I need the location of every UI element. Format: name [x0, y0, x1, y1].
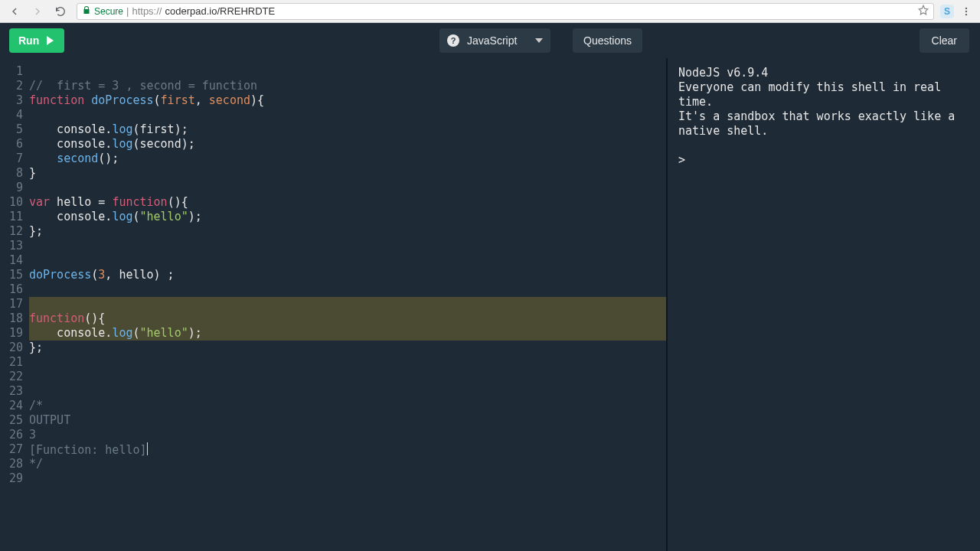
line-number: 6: [0, 137, 23, 152]
svg-point-2: [965, 13, 967, 15]
line-number: 26: [0, 428, 23, 442]
kebab-menu-icon[interactable]: [957, 2, 975, 21]
code-line[interactable]: }: [29, 166, 666, 181]
line-number: 27: [0, 442, 23, 457]
line-number: 20: [0, 341, 23, 355]
code-line[interactable]: };: [29, 341, 666, 355]
terminal-line: It's a sandbox that works exactly like a…: [678, 109, 969, 139]
code-line[interactable]: function doProcess(first, second){: [29, 93, 666, 108]
code-line[interactable]: [29, 181, 666, 195]
star-icon[interactable]: [918, 5, 929, 18]
line-number: 17: [0, 297, 23, 311]
code-line[interactable]: */: [29, 457, 666, 471]
line-number: 19: [0, 326, 23, 341]
line-number: 23: [0, 384, 23, 399]
code-line[interactable]: OUTPUT: [29, 413, 666, 428]
terminal-line: [678, 139, 969, 153]
svg-point-0: [965, 7, 967, 8]
lock-icon: [82, 5, 91, 17]
code-line[interactable]: [29, 239, 666, 253]
play-icon: [47, 36, 54, 45]
line-number: 10: [0, 195, 23, 210]
line-number: 29: [0, 471, 23, 486]
chevron-down-icon: [535, 38, 543, 43]
line-number: 3: [0, 93, 23, 108]
terminal-line: >: [678, 153, 969, 168]
code-line[interactable]: console.log("hello");: [29, 210, 666, 224]
code-line[interactable]: // first = 3 , second = function: [29, 79, 666, 93]
reload-icon[interactable]: [51, 2, 70, 21]
line-number: 18: [0, 311, 23, 326]
line-number: 15: [0, 268, 23, 282]
clear-label: Clear: [932, 34, 957, 47]
run-button[interactable]: Run: [9, 28, 64, 53]
code-line[interactable]: [29, 370, 666, 384]
language-select[interactable]: ? JavaScript: [439, 28, 550, 53]
code-line[interactable]: [29, 355, 666, 370]
code-line[interactable]: console.log(first);: [29, 122, 666, 137]
terminal-line: NodeJS v6.9.4: [678, 66, 969, 80]
questions-label: Questions: [583, 34, 632, 47]
line-number: 13: [0, 239, 23, 253]
url-host: coderpad.io/RREHRDTE: [165, 5, 275, 17]
code-line[interactable]: var hello = function(){: [29, 195, 666, 210]
code-line[interactable]: [29, 64, 666, 79]
line-number: 22: [0, 370, 23, 384]
line-number: 9: [0, 181, 23, 195]
line-number: 21: [0, 355, 23, 370]
app-toolbar: Run ? JavaScript Questions Clear: [0, 23, 980, 58]
address-bar[interactable]: Secure | https://coderpad.io/RREHRDTE: [77, 3, 934, 20]
code-line[interactable]: console.log("hello");: [29, 326, 666, 341]
code-line[interactable]: [29, 253, 666, 268]
text-cursor: [147, 442, 148, 455]
code-line[interactable]: [29, 282, 666, 297]
code-line[interactable]: function(){: [29, 311, 666, 326]
code-line[interactable]: /*: [29, 399, 666, 413]
line-number: 5: [0, 122, 23, 137]
back-icon[interactable]: [5, 2, 24, 21]
line-number: 28: [0, 457, 23, 471]
line-number: 2: [0, 79, 23, 93]
code-line[interactable]: [29, 471, 666, 486]
app: Run ? JavaScript Questions Clear 1234567…: [0, 23, 980, 551]
svg-point-1: [965, 10, 967, 11]
code-area[interactable]: // first = 3 , second = functionfunction…: [29, 58, 666, 551]
code-line[interactable]: [29, 297, 666, 311]
questions-button[interactable]: Questions: [573, 28, 642, 53]
terminal-pane[interactable]: NodeJS v6.9.4Everyone can modify this sh…: [666, 58, 980, 551]
code-line[interactable]: second();: [29, 152, 666, 166]
terminal-line: Everyone can modify this shell in real t…: [678, 80, 969, 109]
line-number: 16: [0, 282, 23, 297]
code-line[interactable]: [Function: hello]: [29, 442, 666, 457]
run-label: Run: [18, 34, 39, 47]
line-number: 11: [0, 210, 23, 224]
help-icon: ?: [447, 34, 459, 47]
clear-button[interactable]: Clear: [920, 28, 969, 53]
line-number: 24: [0, 399, 23, 413]
line-number-gutter: 1234567891011121314151617181920212223242…: [0, 58, 29, 551]
language-label: JavaScript: [467, 34, 517, 47]
code-line[interactable]: };: [29, 224, 666, 239]
line-number: 25: [0, 413, 23, 428]
code-line[interactable]: [29, 384, 666, 399]
line-number: 1: [0, 64, 23, 79]
secure-label: Secure: [94, 6, 123, 17]
code-line[interactable]: doProcess(3, hello) ;: [29, 268, 666, 282]
line-number: 4: [0, 108, 23, 122]
code-line[interactable]: 3: [29, 428, 666, 442]
code-line[interactable]: console.log(second);: [29, 137, 666, 152]
line-number: 12: [0, 224, 23, 239]
line-number: 14: [0, 253, 23, 268]
url-prefix: https://: [132, 5, 162, 17]
line-number: 8: [0, 166, 23, 181]
code-line[interactable]: [29, 108, 666, 122]
forward-icon[interactable]: [28, 2, 47, 21]
code-editor[interactable]: 1234567891011121314151617181920212223242…: [0, 58, 666, 551]
line-number: 7: [0, 152, 23, 166]
extension-icon[interactable]: S: [940, 5, 954, 18]
browser-toolbar: Secure | https://coderpad.io/RREHRDTE S: [0, 0, 980, 23]
